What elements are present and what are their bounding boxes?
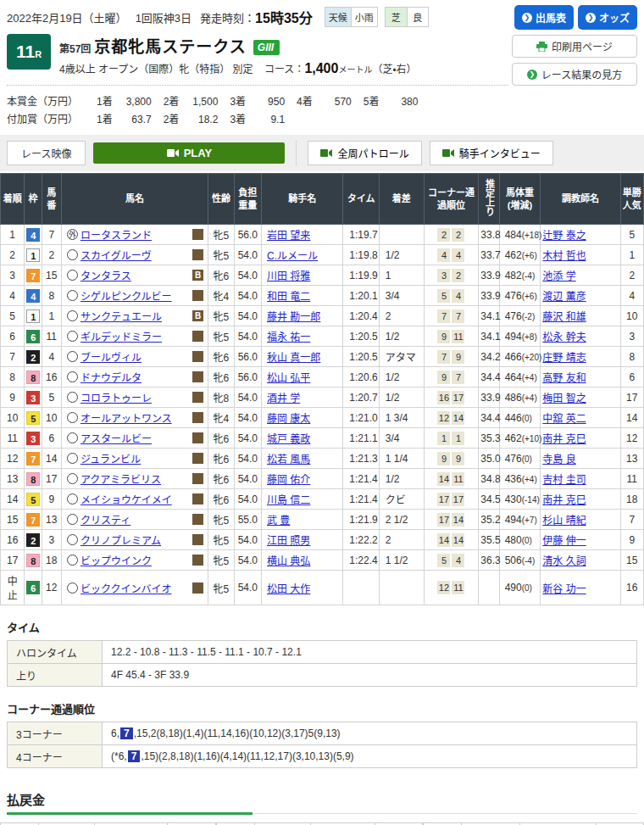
horse-name-link[interactable]: クリノプレミアム (80, 532, 161, 547)
horse-weight-value: 486 (505, 392, 522, 404)
corner-position-chip: 9 (437, 452, 450, 465)
horse-name-link[interactable]: ロータスランド (80, 227, 152, 242)
horse-name-link[interactable]: オールアットワンス (80, 410, 172, 425)
trainer-link[interactable]: 新谷 功一 (542, 583, 586, 595)
jockey-link[interactable]: 江田 照男 (267, 535, 310, 547)
jockey-link[interactable]: 藤井 勘一郎 (267, 311, 320, 323)
horse-name-link[interactable]: コロラトゥーレ (80, 390, 152, 404)
estimated-agari: 34.4 (479, 367, 499, 387)
frame-number-badge: 8 (26, 371, 40, 384)
frame-number-badge: 3 (26, 432, 40, 445)
horse-name-link[interactable]: ジュランビル (80, 451, 141, 465)
jockey-link[interactable]: 川島 信二 (267, 494, 310, 506)
horse-name-link[interactable]: ビッククインバイオ (80, 581, 172, 595)
guide-button-label: レース結果の見方 (541, 67, 622, 81)
horse-weight-value: 482 (505, 270, 522, 282)
horse-weight: 430(-14) (499, 489, 541, 510)
carried-weight: 54.0 (234, 245, 261, 265)
blinkers-badge (192, 432, 203, 443)
trainer-link[interactable]: 辻野 泰之 (542, 230, 586, 242)
horse-weight-value: 462 (505, 249, 522, 261)
trainer-link[interactable]: 木村 哲也 (542, 250, 586, 262)
estimated-agari: 34.4 (479, 408, 499, 428)
horse-name-link[interactable]: ギルデッドミラー (80, 329, 162, 343)
blinkers-badge: B (192, 270, 203, 281)
highlighted-horse-number: 7 (128, 750, 141, 762)
win-popularity: 9 (620, 530, 643, 550)
trainer-link[interactable]: 中舘 英二 (542, 413, 586, 425)
jockey-link[interactable]: 松若 風馬 (267, 454, 310, 465)
trainer-link[interactable]: 藤沢 和雄 (542, 311, 586, 323)
play-video-button[interactable]: PLAY (93, 142, 285, 164)
horse-name-link[interactable]: シゲルピンクルビー (80, 288, 172, 303)
jockey-link[interactable]: 松田 大作 (267, 583, 310, 595)
jockey-link[interactable]: 藤岡 康太 (267, 413, 310, 425)
jockey-link[interactable]: 松山 弘平 (267, 372, 310, 384)
win-popularity: 2 (620, 265, 643, 286)
horse-name-link[interactable]: ドナウデルタ (80, 370, 142, 384)
weather-label: 天候 (325, 7, 351, 27)
trainer-link[interactable]: 吉村 圭司 (542, 474, 586, 486)
jockey-link[interactable]: 武 豊 (267, 515, 290, 527)
result-row: 7 2 4 ブールヴィル 牝6 56.0 秋山 真一郎 1:20.5 アタマ 7… (1, 347, 644, 367)
jockey-link[interactable]: 酒井 学 (267, 393, 300, 404)
arrow-circle-icon: ❯ (522, 13, 532, 23)
horse-name-link[interactable]: サンクテュエール (80, 309, 162, 323)
horse-weight-diff: (0) (522, 454, 532, 464)
foreign-bred-mark-icon (67, 432, 78, 443)
jockey-link[interactable]: C.ルメール (267, 250, 318, 262)
trainer-link[interactable]: 清水 久詞 (542, 555, 586, 567)
video-camera-icon (320, 148, 332, 158)
trainer-link[interactable]: 伊藤 伸一 (542, 535, 586, 547)
print-page-button[interactable]: 印刷用ページ (512, 35, 637, 58)
results-guide-button[interactable]: ❯レース結果の見方 (512, 63, 637, 86)
jockey-link[interactable]: 秋山 真一郎 (267, 352, 320, 364)
horse-name-link[interactable]: アスタールビー (80, 431, 152, 445)
horse-number: 14 (42, 449, 61, 469)
horse-weight-value: 464 (505, 371, 522, 383)
jockey-interview-button[interactable]: 騎手インタビュー (430, 141, 553, 165)
horse-weight: 466(+20) (499, 347, 541, 367)
corner-section-title: コーナー通過順位 (7, 700, 637, 716)
odds-button[interactable]: ❯オッズ (578, 5, 637, 30)
trainer-link[interactable]: 杉山 晴紀 (542, 515, 586, 527)
course-note: （芝・右） (372, 64, 416, 75)
carried-weight: 54.0 (234, 428, 261, 449)
carried-weight: 54.0 (234, 550, 261, 571)
trainer-link[interactable]: 梅田 智之 (542, 393, 586, 404)
time-row: 上り4F 45.4 - 3F 33.9 (8, 664, 637, 687)
finish-time: 1:19.8 (343, 245, 380, 265)
result-row: 13 8 17 アクアミラビリス 牝6 54.0 藤岡 佑介 1:21.4 1/… (1, 469, 644, 489)
entries-button[interactable]: ❯出馬表 (514, 5, 574, 30)
trainer-link[interactable]: 寺島 良 (542, 454, 575, 465)
trainer-link[interactable]: 南井 克巳 (542, 494, 586, 506)
jockey-link[interactable]: 城戸 義政 (267, 433, 310, 445)
trainer-link[interactable]: 池添 学 (542, 270, 575, 282)
trainer-link[interactable]: 庄野 靖志 (542, 352, 586, 364)
horse-name-link[interactable]: メイショウケイメイ (80, 492, 172, 506)
race-number: 11 (16, 42, 35, 61)
row-value: 4F 45.4 - 3F 33.9 (103, 664, 637, 687)
horse-name-link[interactable]: ブールヴィル (80, 349, 142, 364)
jockey-link[interactable]: 横山 典弘 (267, 555, 310, 567)
patrol-video-button[interactable]: 全周パトロール (308, 141, 421, 165)
horse-name-link[interactable]: タンタラス (80, 268, 131, 282)
carried-weight: 55.0 (234, 510, 261, 530)
horse-name-link[interactable]: ビップウインク (80, 553, 152, 567)
horse-name-link[interactable]: スカイグルーヴ (80, 248, 152, 262)
trainer-link[interactable]: 南井 克巳 (542, 433, 586, 445)
horse-name-link[interactable]: アクアミラビリス (80, 471, 161, 486)
trainer-link[interactable]: 高野 友和 (542, 372, 586, 384)
col-trainer: 調教師名 (541, 174, 620, 225)
jockey-link[interactable]: 福永 祐一 (267, 332, 310, 343)
jockey-link[interactable]: 和田 竜二 (267, 291, 310, 303)
win-popularity: 14 (620, 408, 643, 428)
jockey-link[interactable]: 岩田 望来 (267, 230, 310, 242)
jockey-link[interactable]: 川田 将雅 (267, 270, 310, 282)
jockey-link[interactable]: 藤岡 佑介 (267, 474, 310, 486)
horse-name-link[interactable]: クリスティ (80, 512, 130, 527)
trainer-link[interactable]: 渡辺 薫彦 (542, 291, 586, 303)
horse-weight-diff: (+4) (522, 373, 537, 382)
trainer-link[interactable]: 松永 幹夫 (542, 332, 586, 343)
prize-rank-label: 4着 (297, 93, 313, 108)
